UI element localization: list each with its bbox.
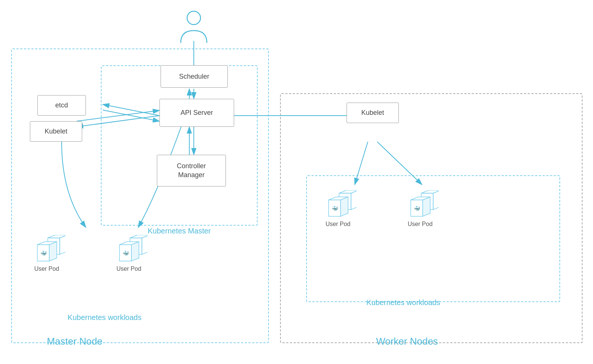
user-pod-2: 🐳 🐳 User Pod — [112, 235, 146, 272]
kubernetes-master-label: Kubernetes Master — [108, 227, 250, 235]
user-pod-1: 🐳 🐳 User Pod — [30, 235, 63, 272]
svg-marker-32 — [339, 190, 357, 193]
kubernetes-master-box — [101, 65, 258, 226]
svg-marker-21 — [49, 242, 57, 261]
svg-text:🐳: 🐳 — [414, 205, 420, 212]
svg-marker-41 — [433, 190, 439, 210]
svg-marker-16 — [48, 235, 65, 238]
api-server-box: API Server — [159, 99, 234, 127]
svg-marker-17 — [60, 235, 65, 254]
controller-manager-box: ControllerManager — [157, 155, 226, 186]
svg-marker-33 — [351, 190, 357, 210]
kubernetes-workloads-worker-label: Kubernetes workloads — [325, 298, 482, 307]
kubelet-master-box: Kubelet — [30, 121, 82, 142]
kubernetes-workloads-master-label: Kubernetes workloads — [30, 313, 179, 322]
svg-marker-24 — [130, 235, 148, 238]
user-pod-4: 🐳 🐳 User Pod — [403, 190, 437, 228]
master-node-label: Master Node — [19, 336, 131, 347]
svg-text:🐳: 🐳 — [122, 250, 129, 257]
svg-text:🐳: 🐳 — [332, 205, 338, 212]
svg-marker-25 — [142, 235, 148, 254]
svg-text:🐳: 🐳 — [40, 250, 47, 257]
user-icon — [175, 7, 212, 46]
scheduler-box: Scheduler — [161, 65, 228, 88]
worker-nodes-label: Worker Nodes — [336, 336, 478, 347]
svg-point-14 — [187, 11, 201, 25]
svg-marker-37 — [341, 197, 348, 216]
svg-marker-45 — [423, 197, 430, 216]
kubelet-worker-box: Kubelet — [347, 103, 399, 123]
svg-marker-40 — [421, 190, 439, 193]
user-pod-3: 🐳 🐳 User Pod — [321, 190, 355, 228]
diagram-container: Scheduler API Server ControllerManager e… — [0, 0, 593, 364]
svg-marker-29 — [131, 242, 139, 261]
etcd-box: etcd — [37, 95, 86, 116]
